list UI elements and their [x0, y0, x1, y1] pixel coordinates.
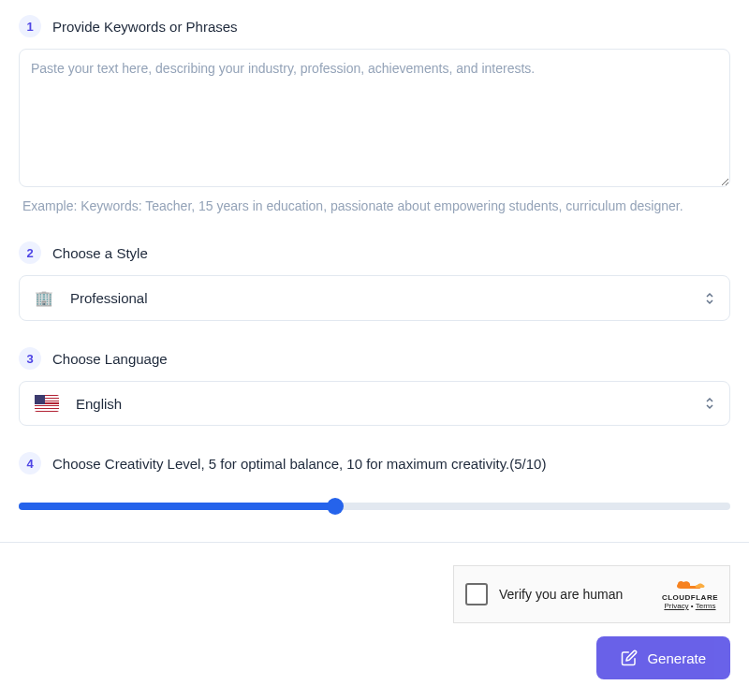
- chevron-up-down-icon: [705, 292, 714, 305]
- step-3: 3 Choose Language English: [19, 347, 730, 426]
- step-4-badge: 4: [19, 452, 41, 474]
- step-4: 4 Choose Creativity Level, 5 for optimal…: [19, 452, 730, 516]
- keywords-textarea[interactable]: [19, 49, 730, 187]
- language-select-label: English: [76, 396, 688, 412]
- captcha-privacy-link[interactable]: Privacy: [664, 602, 688, 610]
- building-icon: 🏢: [35, 289, 53, 307]
- creativity-slider[interactable]: [19, 497, 730, 516]
- language-select[interactable]: English: [19, 381, 730, 426]
- captcha-brand: CLOUDFLARE Privacy • Terms: [662, 578, 718, 610]
- step-3-title: Choose Language: [52, 351, 168, 367]
- style-select[interactable]: 🏢 Professional: [19, 275, 730, 321]
- step-3-header: 3 Choose Language: [19, 347, 730, 370]
- slider-thumb[interactable]: [327, 498, 344, 515]
- example-text: Example: Keywords: Teacher, 15 years in …: [19, 197, 730, 215]
- step-3-badge: 3: [19, 347, 41, 370]
- edit-icon: [621, 649, 638, 666]
- captcha-brand-name: CLOUDFLARE: [662, 593, 718, 602]
- generate-button[interactable]: Generate: [596, 636, 730, 679]
- generate-button-label: Generate: [647, 650, 706, 666]
- slider-fill: [19, 503, 335, 510]
- footer: Verify you are human CLOUDFLARE Privacy …: [0, 542, 749, 679]
- captcha-text: Verify you are human: [499, 587, 651, 602]
- step-1: 1 Provide Keywords or Phrases Example: K…: [19, 15, 730, 215]
- step-2-title: Choose a Style: [52, 245, 148, 261]
- flag-us-icon: [35, 395, 59, 412]
- step-2: 2 Choose a Style 🏢 Professional: [19, 241, 730, 321]
- captcha-links: Privacy • Terms: [664, 602, 715, 610]
- step-1-header: 1 Provide Keywords or Phrases: [19, 15, 730, 37]
- cloudflare-icon: [673, 578, 707, 591]
- step-2-header: 2 Choose a Style: [19, 241, 730, 264]
- style-select-label: Professional: [70, 290, 688, 306]
- chevron-up-down-icon: [705, 397, 714, 410]
- step-4-title: Choose Creativity Level, 5 for optimal b…: [52, 456, 546, 472]
- captcha-checkbox[interactable]: [465, 583, 488, 605]
- step-1-title: Provide Keywords or Phrases: [52, 19, 238, 35]
- step-1-badge: 1: [19, 15, 41, 37]
- step-2-badge: 2: [19, 241, 41, 264]
- captcha-widget: Verify you are human CLOUDFLARE Privacy …: [453, 565, 730, 623]
- slider-track: [19, 503, 730, 510]
- captcha-terms-link[interactable]: Terms: [696, 602, 716, 610]
- step-4-header: 4 Choose Creativity Level, 5 for optimal…: [19, 452, 730, 474]
